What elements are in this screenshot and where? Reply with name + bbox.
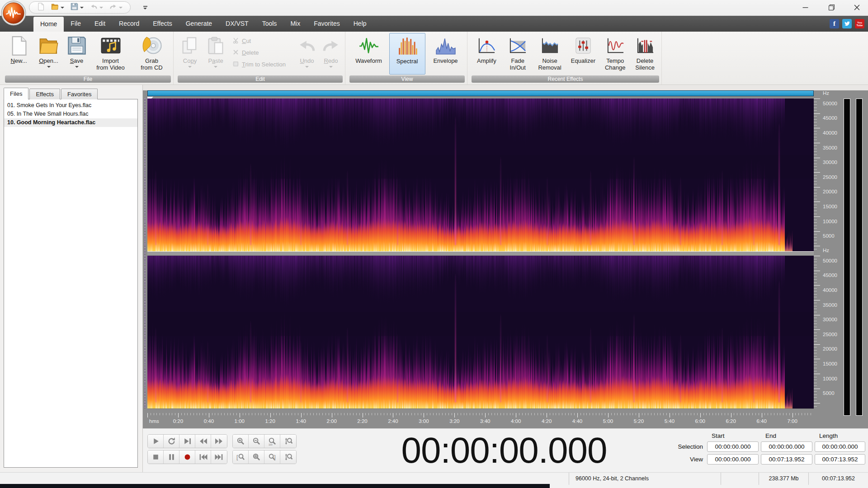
overview-position-bar[interactable]: [147, 90, 814, 96]
zoom-to-selection-button[interactable]: [: [233, 450, 249, 464]
zoom-vertical-in-button[interactable]: [280, 435, 296, 448]
freq-tick-label: 40000: [823, 287, 837, 293]
open-folder-icon: [51, 3, 59, 12]
view-start-field[interactable]: 00:00:00.000: [707, 454, 759, 465]
control-bar: 100 [ ] 00:00:00.000 Start End Length Se…: [143, 428, 868, 472]
delete-silence-button[interactable]: Delete Silence: [631, 33, 659, 71]
facebook-icon[interactable]: f: [830, 19, 839, 28]
spectrogram-channel-2[interactable]: [147, 256, 814, 408]
undo-icon: [90, 3, 98, 12]
time-tick-label: 3:00: [414, 418, 434, 424]
tempo-change-button[interactable]: Tempo Change: [601, 33, 630, 71]
save-button[interactable]: Save: [65, 33, 89, 68]
selection-end-field[interactable]: 00:00:00.000: [761, 441, 812, 452]
equalizer-button[interactable]: Equalizer: [567, 33, 599, 64]
play-button[interactable]: [148, 435, 164, 448]
twitter-icon[interactable]: [842, 19, 852, 28]
import-from-video-button[interactable]: Import from Video: [90, 33, 132, 71]
freq-tick-label: 30000: [823, 317, 837, 322]
tab-help[interactable]: Help: [347, 16, 373, 32]
pause-button[interactable]: [164, 450, 179, 464]
fast-forward-button[interactable]: [211, 435, 227, 448]
amplify-button[interactable]: Amplify: [472, 33, 501, 64]
waveform-view-button[interactable]: Waveform: [350, 33, 388, 64]
quick-open-button[interactable]: [49, 2, 66, 13]
new-button[interactable]: New...: [5, 33, 33, 64]
go-to-end-button[interactable]: [211, 450, 227, 464]
tab-dx-vst[interactable]: DX/VST: [219, 16, 255, 32]
file-list-item[interactable]: 05. In The Wee Small Hours.flac: [4, 110, 137, 118]
minimize-button[interactable]: [795, 0, 816, 15]
youtube-icon[interactable]: YouTube: [855, 19, 864, 28]
selection-start-field[interactable]: 00:00:00.000: [707, 441, 759, 452]
envelope-view-button[interactable]: Envelope: [427, 33, 465, 64]
zoom-full-button[interactable]: [249, 450, 264, 464]
time-tick-label: 6:40: [752, 418, 772, 424]
zoom-out-full-button[interactable]: ]: [264, 450, 280, 464]
time-tick-label: 4:20: [537, 418, 557, 424]
stop-button[interactable]: [148, 450, 164, 464]
status-spacer: [721, 473, 759, 485]
tab-tools[interactable]: Tools: [255, 16, 284, 32]
redo-button[interactable]: Redo: [319, 33, 343, 68]
group-label-edit: Edit: [178, 75, 343, 83]
quick-new-button[interactable]: [35, 2, 47, 13]
tab-generate[interactable]: Generate: [179, 16, 219, 32]
tab-file[interactable]: File: [64, 16, 88, 32]
quick-save-button[interactable]: [68, 2, 86, 13]
play-to-end-button[interactable]: [179, 435, 195, 448]
record-button[interactable]: [179, 450, 195, 464]
redo-arrow-icon: [321, 34, 340, 57]
freq-tick-label: 35000: [823, 302, 837, 308]
quick-undo-button[interactable]: [88, 2, 105, 13]
noise-removal-button[interactable]: Noise Removal: [534, 33, 566, 71]
trim-to-selection-button[interactable]: Trim to Selection: [232, 59, 295, 70]
time-tick-label: 7:00: [783, 418, 802, 424]
tab-record[interactable]: Record: [112, 16, 146, 32]
file-list-item[interactable]: 10. Good Morning Heartache.flac: [4, 118, 137, 127]
undo-button[interactable]: Undo: [295, 33, 319, 68]
paste-button[interactable]: Paste: [203, 33, 229, 68]
tab-favorites[interactable]: Favorites: [61, 89, 98, 99]
open-button[interactable]: Open...: [33, 33, 64, 68]
freq-tick-label: 30000: [823, 160, 837, 165]
fade-in-out-button[interactable]: Fade In/Out: [503, 33, 533, 71]
customize-toolbar-button[interactable]: [141, 4, 149, 12]
go-to-start-button[interactable]: [195, 450, 211, 464]
svg-text:100: 100: [268, 443, 272, 446]
tab-effects[interactable]: Effects: [146, 16, 179, 32]
tab-edit[interactable]: Edit: [88, 16, 112, 32]
header-end: End: [761, 432, 812, 439]
view-end-field[interactable]: 00:07:13.952: [761, 454, 812, 465]
tab-mix[interactable]: Mix: [283, 16, 307, 32]
file-list-item[interactable]: 01. Smoke Gets In Your Eyes.flac: [4, 101, 137, 110]
time-tick-label: 0:40: [199, 418, 219, 424]
delete-button[interactable]: Delete: [232, 47, 295, 58]
close-button[interactable]: [846, 0, 867, 15]
maximize-restore-button[interactable]: [821, 0, 842, 15]
dropdown-arrow-icon: [99, 7, 103, 9]
grab-from-cd-button[interactable]: Grab from CD: [132, 33, 171, 71]
save-icon: [71, 3, 78, 12]
freq-tick-label: 50000: [823, 258, 837, 263]
copy-button[interactable]: Copy: [177, 33, 203, 68]
tab-files[interactable]: Files: [4, 88, 28, 99]
spectrogram-channel-1[interactable]: [147, 99, 814, 251]
zoom-in-button[interactable]: [233, 435, 249, 448]
fade-icon: [508, 34, 527, 57]
spectral-view-button[interactable]: Spectral: [389, 33, 425, 75]
tab-home[interactable]: Home: [33, 17, 64, 32]
selection-length-field[interactable]: 00:00:00.000: [815, 441, 865, 452]
tab-effects[interactable]: Effects: [29, 89, 60, 99]
loop-button[interactable]: [164, 435, 179, 448]
app-logo-icon[interactable]: [1, 0, 26, 26]
view-length-field[interactable]: 00:07:13.952: [815, 454, 865, 465]
cut-button[interactable]: Cut: [232, 36, 295, 46]
zoom-out-button[interactable]: [249, 435, 264, 448]
delete-silence-icon: [636, 34, 655, 57]
tab-favorites[interactable]: Favorites: [307, 16, 347, 32]
rewind-button[interactable]: [195, 435, 211, 448]
zoom-vertical-out-button[interactable]: [280, 450, 296, 464]
zoom-100-button[interactable]: 100: [264, 435, 280, 448]
quick-redo-button[interactable]: [107, 2, 125, 13]
